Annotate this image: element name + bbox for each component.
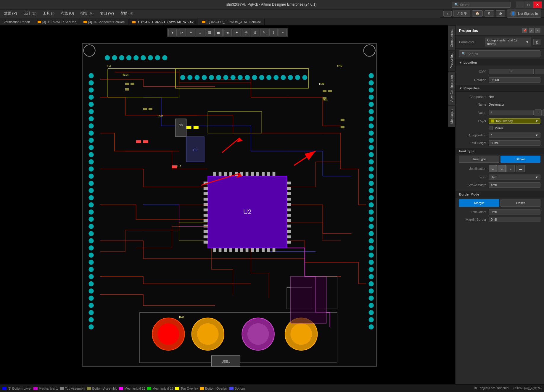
status-layer-mech15[interactable]: Mechanical 15 xyxy=(147,387,173,390)
margin-border-input[interactable] xyxy=(489,217,540,222)
parameter-filter-button[interactable]: ⊻ xyxy=(533,39,540,45)
pcb-tool-arc[interactable]: ~ xyxy=(279,29,287,36)
value-input[interactable] xyxy=(489,110,534,115)
svg-point-158 xyxy=(288,75,293,80)
maximize-button[interactable]: □ xyxy=(524,1,533,8)
justif-left-button[interactable]: ≡ xyxy=(489,165,497,172)
mirror-checkbox[interactable] xyxy=(489,126,493,130)
menu-item-tools[interactable]: 工具 (I) xyxy=(40,10,57,17)
layer-color-bottom-overlay xyxy=(200,387,204,390)
panel-float-button[interactable]: ↗ xyxy=(529,28,534,33)
svg-text:P2: P2 xyxy=(107,64,111,67)
pcb-tool-add[interactable]: + xyxy=(187,29,195,36)
pcb-tool-solid[interactable]: ◼ xyxy=(214,29,223,36)
status-layer-mech1[interactable]: Mechanical 1 xyxy=(33,387,58,390)
tab-verification-report[interactable]: Verification Report xyxy=(0,19,34,25)
pcb-tool-rect[interactable]: □ xyxy=(196,29,204,36)
theme-button[interactable]: ◑ xyxy=(496,10,505,17)
status-layer-bottom-overlay[interactable]: Bottom Overlay xyxy=(200,387,228,390)
close-button[interactable]: ✕ xyxy=(533,1,542,8)
pcb-canvas[interactable]: ▼ ⊳ + □ ▦ ◼ ◈ ✦ ◎ ⊕ ✎ T ~ xyxy=(0,25,455,384)
menu-item-route[interactable]: 布线 (U) xyxy=(58,10,77,17)
tab-connector-schdoc[interactable]: [4] 04-Connector.SchDoc xyxy=(80,19,128,25)
side-tab-components[interactable]: Components xyxy=(448,25,455,50)
status-layer-bottom-assembly[interactable]: Bottom Assembly xyxy=(87,387,117,390)
pcb-tool-select[interactable]: ⊳ xyxy=(178,29,186,36)
pcb-tool-text[interactable]: T xyxy=(269,29,278,36)
status-layer-top-assembly[interactable]: Top Assembly xyxy=(60,387,85,390)
svg-rect-141 xyxy=(194,126,199,129)
parameter-row: Parameter Components (and 12 more) ▼ ⊻ xyxy=(456,36,544,49)
pcb-tool-circle[interactable]: ◎ xyxy=(242,29,250,36)
autoposition-dropdown[interactable]: * ▼ xyxy=(489,133,540,138)
pcb-tool-bar-chart[interactable]: ▦ xyxy=(205,29,213,36)
share-button[interactable]: ↗分享 xyxy=(453,10,470,17)
side-tab-view-config[interactable]: View Configuration xyxy=(448,72,455,106)
location-section-header[interactable]: ▼ Location xyxy=(456,59,544,66)
svg-rect-95 xyxy=(204,219,208,222)
svg-rect-113 xyxy=(219,172,222,176)
minimize-button[interactable]: ─ xyxy=(516,1,524,8)
tab-power-schdoc[interactable]: [3] 03-POWER.SchDoc xyxy=(34,19,80,25)
menu-item-report[interactable]: 报告 (R) xyxy=(78,10,96,17)
stroke-button[interactable]: Stroke xyxy=(500,156,541,163)
status-layer-bottom-last[interactable]: Bottom xyxy=(229,387,245,390)
svg-point-3 xyxy=(89,73,94,78)
truetype-button[interactable]: TrueType xyxy=(459,156,499,163)
title-search[interactable]: 🔍 xyxy=(452,2,511,8)
pcb-tool-text-edit[interactable]: ✎ xyxy=(260,29,268,36)
parameter-dropdown[interactable]: Components (and 12 more) ▼ xyxy=(485,38,531,46)
svg-point-156 xyxy=(273,75,279,80)
pcb-tool-measure[interactable]: ⊕ xyxy=(251,29,259,36)
justif-right-button[interactable]: ≡ xyxy=(506,165,515,172)
status-layer-mech13[interactable]: Mechanical 13 xyxy=(119,387,145,390)
title-search-input[interactable] xyxy=(460,3,507,7)
add-button[interactable]: + xyxy=(443,11,452,17)
svg-point-147 xyxy=(209,75,214,80)
svg-point-64 xyxy=(369,253,374,258)
text-height-input[interactable] xyxy=(489,140,540,146)
pcb-tool-diamond[interactable]: ◈ xyxy=(223,29,232,36)
pcb-tool-filter[interactable]: ▼ xyxy=(168,29,177,36)
svg-rect-116 xyxy=(235,172,238,176)
settings-button[interactable]: ⚙ xyxy=(485,10,494,17)
user-account[interactable]: 👤 Not Signed In xyxy=(507,9,541,18)
value-visibility-button[interactable]: 👁 xyxy=(543,109,544,116)
rotation-input[interactable] xyxy=(489,77,540,83)
panel-pin-button[interactable]: 📌 xyxy=(522,28,527,33)
x-input[interactable]: * xyxy=(489,69,534,74)
tab-cpu-eeprom-schdoc[interactable]: [2] 02-CPU_EEPROM_JTAG.SchDoc xyxy=(198,19,265,25)
menu-item-help[interactable]: 帮助 (H) xyxy=(118,10,136,17)
status-layer-top-overlay[interactable]: Top Overlay xyxy=(175,387,198,390)
stroke-width-input[interactable] xyxy=(489,182,540,188)
offset-button[interactable]: Offset xyxy=(500,199,541,207)
watermark: CSDN @嵌入式OG xyxy=(513,386,542,391)
svg-rect-177 xyxy=(131,83,134,85)
layer-dropdown[interactable]: Top Overlay ▼ xyxy=(489,118,540,124)
properties-section-header[interactable]: ▼ Properties xyxy=(456,85,544,92)
y-input[interactable]: * xyxy=(535,69,544,74)
menu-item-design[interactable]: 设计 (D) xyxy=(20,10,39,17)
status-layer-bottom[interactable]: [2] Bottom Layer xyxy=(2,387,32,390)
svg-text:U2: U2 xyxy=(177,164,181,168)
svg-point-16 xyxy=(89,167,94,172)
panel-close-button[interactable]: ✕ xyxy=(535,28,540,33)
text-offset-input[interactable] xyxy=(489,209,540,214)
pcb-tool-star[interactable]: ✦ xyxy=(233,29,241,36)
menu-item-window[interactable]: 窗口 (W) xyxy=(97,10,117,17)
svg-point-30 xyxy=(89,267,94,272)
tab-cpu-reset-schdoc[interactable]: [1] 01-CPU_RESET_CRYSTAL.SchDoc xyxy=(128,19,198,25)
side-tab-messages[interactable]: Messages xyxy=(448,106,455,127)
home-button[interactable]: 🏠 xyxy=(472,10,483,17)
justif-center-button[interactable]: ≡ xyxy=(498,165,506,172)
svg-point-59 xyxy=(369,217,374,222)
font-dropdown[interactable]: Serif ▼ xyxy=(489,175,540,180)
value-more-button[interactable]: ··· xyxy=(535,109,542,116)
margin-button[interactable]: Margin xyxy=(459,199,499,207)
svg-rect-89 xyxy=(204,187,208,190)
panel-search-input[interactable] xyxy=(468,52,538,56)
justif-fill-button[interactable]: ▬ xyxy=(516,165,525,172)
svg-text:USB1: USB1 xyxy=(222,360,230,363)
menu-item-place[interactable]: 放置 (P) xyxy=(1,10,20,17)
side-tab-properties[interactable]: Properties xyxy=(448,50,455,72)
